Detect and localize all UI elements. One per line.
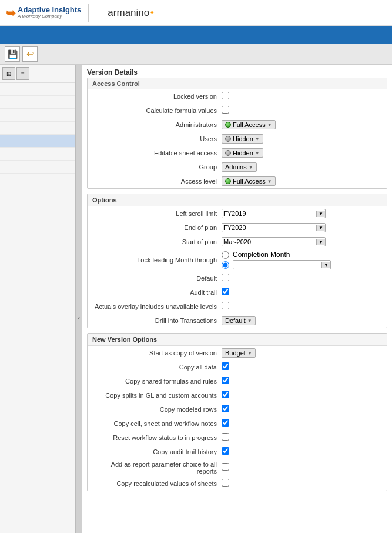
sidebar-item-1[interactable]: [0, 83, 75, 96]
start-copy-row: Start as copy of version Budget ▼: [88, 346, 387, 360]
locked-version-control: [222, 92, 382, 101]
calculate-formula-checkbox[interactable]: [222, 106, 229, 114]
access-level-dropdown[interactable]: Full Access ▼: [222, 176, 276, 186]
audit-trail-checkbox[interactable]: [222, 288, 229, 295]
start-copy-value: Budget: [225, 349, 246, 357]
copy-audit-trail-control: [222, 447, 382, 457]
copy-modeled-rows-checkbox[interactable]: [222, 405, 229, 412]
start-of-plan-row: Start of plan Mar-2020 Apr-2020 May-2020…: [88, 235, 387, 249]
sidebar-item-13[interactable]: [0, 238, 75, 251]
drill-transactions-dropdown[interactable]: Default ▼: [222, 316, 256, 325]
copy-all-data-row: Copy all data: [88, 360, 387, 374]
copy-recalculated-checkbox[interactable]: [222, 479, 229, 487]
copy-audit-trail-checkbox[interactable]: [222, 447, 229, 455]
sidebar-item-5-active[interactable]: [0, 135, 75, 148]
start-of-plan-select[interactable]: Mar-2020 Apr-2020 May-2020: [222, 238, 316, 246]
content-area: Version Details Access Control Locked ve…: [82, 65, 392, 533]
copy-all-data-checkbox[interactable]: [222, 362, 229, 370]
default-row: Default: [88, 271, 387, 285]
copy-shared-formulas-control: [222, 377, 382, 386]
administrators-dropdown[interactable]: Full Access ▼: [222, 120, 276, 129]
editable-sheet-dropdown[interactable]: Hidden ▼: [222, 148, 263, 158]
main-layout: ⊞ ≡ ‹ Version Details Access Control: [0, 65, 392, 533]
users-dropdown[interactable]: Hidden ▼: [222, 134, 263, 144]
copy-all-data-label: Copy all data: [92, 364, 222, 371]
group-label: Group: [92, 164, 222, 171]
left-scroll-select[interactable]: FY2019 FY2020 FY2021: [222, 209, 316, 218]
access-level-control: Full Access ▼: [222, 176, 382, 186]
sidebar-expand-icon[interactable]: ⊞: [2, 67, 15, 80]
default-label: Default: [92, 275, 222, 282]
group-dropdown[interactable]: Admins ▼: [222, 162, 257, 172]
back-button[interactable]: ↩: [22, 46, 38, 62]
editable-sheet-control: Hidden ▼: [222, 148, 382, 158]
access-level-label: Access level: [92, 178, 222, 185]
end-of-plan-control: FY2020 FY2021 FY2022 ▼: [222, 223, 382, 232]
copy-cell-sheet-row: Copy cell, sheet and workflow notes: [88, 417, 387, 431]
lock-radio-custom-row: ▼: [222, 260, 382, 269]
end-of-plan-select[interactable]: FY2020 FY2021 FY2022: [222, 224, 316, 232]
default-checkbox[interactable]: [222, 274, 229, 281]
copy-splits-row: Copy splits in GL and custom accounts: [88, 388, 387, 402]
administrators-control: Full Access ▼: [222, 120, 382, 129]
lock-custom-radio[interactable]: [222, 261, 229, 269]
audit-trail-control: [222, 288, 382, 297]
start-of-plan-arrow-icon[interactable]: ▼: [316, 239, 325, 245]
locked-version-checkbox[interactable]: [222, 92, 229, 99]
sidebar-item-11[interactable]: [0, 212, 75, 225]
copy-audit-trail-label: Copy audit trail history: [92, 448, 222, 455]
left-scroll-arrow-icon[interactable]: ▼: [316, 211, 325, 217]
drill-transactions-row: Drill into Transactions Default ▼: [88, 314, 387, 328]
sidebar-item-2[interactable]: [0, 96, 75, 109]
sidebar-collapse-handle[interactable]: ‹: [75, 65, 82, 533]
new-version-section: New Version Options Start as copy of ver…: [87, 333, 387, 491]
copy-splits-checkbox[interactable]: [222, 391, 229, 398]
sidebar-item-8[interactable]: [0, 174, 75, 186]
drill-transactions-label: Drill into Transactions: [92, 317, 222, 324]
actuals-overlay-row: Actuals overlay includes unavailable lev…: [88, 299, 387, 314]
sidebar-items-list: [0, 83, 75, 251]
end-of-plan-arrow-icon[interactable]: ▼: [316, 225, 325, 231]
sidebar-item-4[interactable]: [0, 122, 75, 135]
access-control-label: Access Control: [88, 78, 387, 89]
calculate-formula-row: Calculate formula values: [88, 104, 387, 118]
sidebar-item-6[interactable]: [0, 148, 75, 161]
toolbar: 💾 ↩: [0, 44, 392, 65]
lock-completion-radio[interactable]: [222, 251, 229, 259]
end-of-plan-select-container: FY2020 FY2021 FY2022 ▼: [222, 223, 326, 232]
locked-version-row: Locked version: [88, 89, 387, 104]
access-control-section: Access Control Locked version Calculate …: [87, 78, 387, 189]
group-row: Group Admins ▼: [88, 160, 387, 174]
users-control: Hidden ▼: [222, 134, 382, 144]
start-of-plan-select-container: Mar-2020 Apr-2020 May-2020 ▼: [222, 237, 326, 246]
adaptive-insights-text: Adaptive Insights: [18, 6, 81, 14]
access-level-arrow-icon: ▼: [267, 179, 272, 184]
lock-custom-select[interactable]: [233, 261, 321, 269]
administrators-row: Administrators Full Access ▼: [88, 118, 387, 132]
calculate-formula-label: Calculate formula values: [92, 107, 222, 114]
add-report-param-checkbox[interactable]: [222, 463, 229, 471]
users-dot: [225, 136, 231, 142]
sidebar-item-12[interactable]: [0, 225, 75, 238]
actuals-overlay-checkbox[interactable]: [222, 302, 229, 309]
lock-leading-control: Completion Month ▼: [222, 251, 382, 269]
sidebar-item-9[interactable]: [0, 186, 75, 199]
left-scroll-label: Left scroll limit: [92, 210, 222, 217]
blue-banner: [0, 26, 392, 44]
reset-workflow-checkbox[interactable]: [222, 433, 229, 441]
editable-sheet-arrow-icon: ▼: [255, 151, 260, 156]
start-copy-dropdown[interactable]: Budget ▼: [222, 348, 256, 358]
copy-shared-formulas-checkbox[interactable]: [222, 377, 229, 384]
lock-custom-arrow-icon[interactable]: ▼: [321, 262, 330, 268]
sidebar-item-7[interactable]: [0, 161, 75, 174]
save-button[interactable]: 💾: [5, 46, 20, 62]
sidebar-item-3[interactable]: [0, 109, 75, 122]
workday-sub-text: A Workday Company: [18, 14, 81, 19]
copy-cell-sheet-checkbox[interactable]: [222, 419, 229, 427]
lock-leading-label: Lock leading Month through: [92, 256, 222, 264]
sidebar-list-icon[interactable]: ≡: [16, 67, 29, 80]
adaptive-insights-logo: ➥ Adaptive Insights A Workday Company: [6, 6, 81, 19]
administrators-arrow-icon: ▼: [267, 122, 272, 128]
sidebar-item-10[interactable]: [0, 199, 75, 212]
end-of-plan-row: End of plan FY2020 FY2021 FY2022 ▼: [88, 221, 387, 235]
